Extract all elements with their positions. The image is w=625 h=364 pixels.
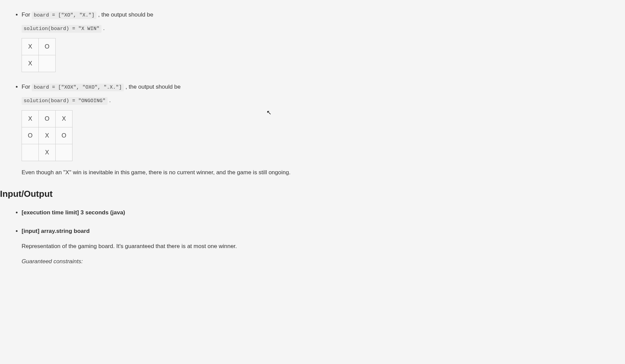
problem-description: For board = ["XO", "X."] , the output sh… xyxy=(13,10,486,266)
text-output-should-be: , the output should be xyxy=(125,84,181,90)
board-cell: X xyxy=(22,55,39,72)
table-row: X xyxy=(22,144,73,161)
code-solution-1: solution(board) = "X WIN" xyxy=(22,25,102,33)
board-cell: X xyxy=(22,111,39,127)
board-cell: O xyxy=(39,111,56,127)
code-board-2: board = ["XOX", "OXO", ".X."] xyxy=(32,84,124,91)
io-input-label: [input] array.string board xyxy=(22,228,90,234)
table-row: X O X xyxy=(22,111,73,127)
board-cell xyxy=(56,144,73,161)
example-2-explanation: Even though an "X" win is inevitable in … xyxy=(22,168,486,177)
board-cell: O xyxy=(22,127,39,144)
board-grid-2: X O X O X O X xyxy=(22,110,73,161)
board-cell: O xyxy=(39,38,56,55)
board-grid-1: X O X xyxy=(22,38,56,72)
board-cell xyxy=(22,144,39,161)
board-cell: X xyxy=(22,38,39,55)
io-list: [execution time limit] 3 seconds (java) … xyxy=(13,208,486,266)
code-board-1: board = ["XO", "X."] xyxy=(32,11,96,19)
example-2-solution-line: solution(board) = "ONGOING" . xyxy=(22,96,486,105)
board-cell: X xyxy=(39,127,56,144)
example-1-input-line: For board = ["XO", "X."] , the output sh… xyxy=(22,10,486,20)
io-constraints-label: Guaranteed constraints: xyxy=(22,257,486,266)
period: . xyxy=(109,97,111,103)
io-input-description: Representation of the gaming board. It's… xyxy=(22,242,486,251)
table-row: O X O xyxy=(22,127,73,144)
code-solution-2: solution(board) = "ONGOING" xyxy=(22,97,108,105)
io-time-limit-text: [execution time limit] 3 seconds (java) xyxy=(22,209,125,216)
board-cell: X xyxy=(39,144,56,161)
period: . xyxy=(103,25,105,31)
text-for: For xyxy=(22,84,32,90)
examples-list: For board = ["XO", "X."] , the output sh… xyxy=(13,10,486,177)
example-1: For board = ["XO", "X."] , the output sh… xyxy=(22,10,486,72)
table-row: X O xyxy=(22,38,56,55)
table-row: X xyxy=(22,55,56,72)
io-input: [input] array.string board Representatio… xyxy=(22,226,486,266)
example-2-input-line: For board = ["XOX", "OXO", ".X."] , the … xyxy=(22,82,486,92)
example-1-solution-line: solution(board) = "X WIN" . xyxy=(22,24,486,33)
io-heading: Input/Output xyxy=(0,187,486,201)
board-cell: O xyxy=(56,127,73,144)
example-2: For board = ["XOX", "OXO", ".X."] , the … xyxy=(22,82,486,177)
io-time-limit: [execution time limit] 3 seconds (java) xyxy=(22,208,486,217)
board-cell: X xyxy=(56,111,73,127)
text-output-should-be: , the output should be xyxy=(98,11,153,18)
text-for: For xyxy=(22,11,32,18)
board-cell xyxy=(39,55,56,72)
